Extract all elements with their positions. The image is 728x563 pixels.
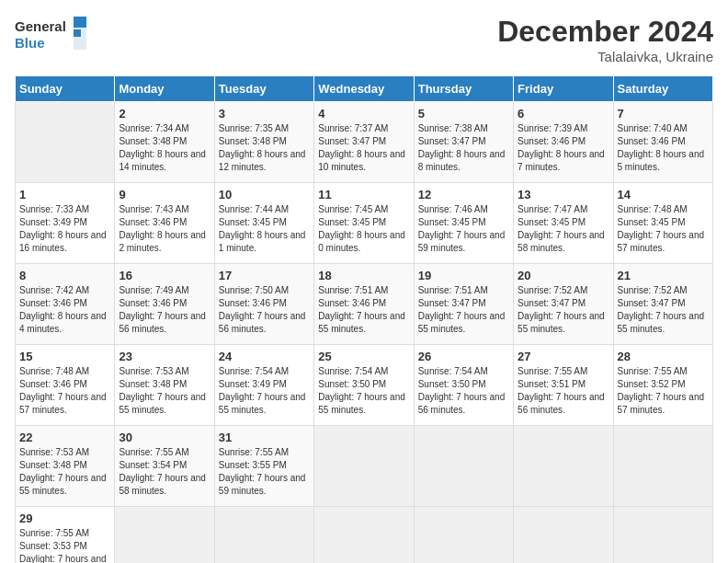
- day-info: Sunrise: 7:55 AMSunset: 3:53 PMDaylight:…: [19, 527, 110, 563]
- day-info: Sunrise: 7:52 AMSunset: 3:47 PMDaylight:…: [618, 284, 709, 336]
- svg-text:Blue: Blue: [15, 35, 45, 51]
- day-info: Sunrise: 7:55 AMSunset: 3:52 PMDaylight:…: [618, 365, 709, 417]
- calendar-cell: [414, 507, 513, 564]
- day-number: 9: [119, 188, 210, 201]
- calendar-week-5: 29 Sunrise: 7:55 AMSunset: 3:53 PMDaylig…: [16, 507, 713, 564]
- calendar-cell: 19 Sunrise: 7:51 AMSunset: 3:47 PMDaylig…: [414, 264, 513, 345]
- svg-marker-4: [74, 29, 81, 37]
- calendar-cell: 2 Sunrise: 7:34 AMSunset: 3:48 PMDayligh…: [115, 102, 214, 183]
- day-header-friday: Friday: [514, 76, 613, 102]
- day-number: 26: [418, 350, 509, 363]
- day-number: 25: [318, 350, 409, 363]
- day-number: 2: [119, 107, 210, 121]
- calendar-cell: 4 Sunrise: 7:37 AMSunset: 3:47 PMDayligh…: [314, 102, 414, 183]
- month-title: December 2024: [497, 15, 713, 49]
- calendar-cell: 26 Sunrise: 7:54 AMSunset: 3:50 PMDaylig…: [414, 345, 513, 426]
- day-number: 23: [119, 350, 210, 363]
- calendar-cell: 7 Sunrise: 7:40 AMSunset: 3:46 PMDayligh…: [613, 102, 712, 183]
- header: General Blue December 2024 Talalaivka, U…: [15, 15, 713, 64]
- calendar-cell: [115, 507, 214, 564]
- calendar-cell: 21 Sunrise: 7:52 AMSunset: 3:47 PMDaylig…: [613, 264, 712, 345]
- calendar-header-row: SundayMondayTuesdayWednesdayThursdayFrid…: [16, 76, 713, 102]
- day-number: 21: [618, 269, 709, 282]
- day-number: 4: [318, 107, 409, 121]
- day-header-sunday: Sunday: [16, 76, 115, 102]
- day-header-saturday: Saturday: [613, 76, 712, 102]
- logo: General Blue: [15, 15, 88, 53]
- day-info: Sunrise: 7:47 AMSunset: 3:45 PMDaylight:…: [518, 203, 609, 255]
- calendar-table: SundayMondayTuesdayWednesdayThursdayFrid…: [15, 75, 713, 563]
- day-info: Sunrise: 7:53 AMSunset: 3:48 PMDaylight:…: [119, 365, 210, 417]
- day-info: Sunrise: 7:54 AMSunset: 3:50 PMDaylight:…: [318, 365, 409, 417]
- calendar-cell: [214, 507, 313, 564]
- day-info: Sunrise: 7:33 AMSunset: 3:49 PMDaylight:…: [19, 203, 110, 255]
- calendar-cell: 22 Sunrise: 7:53 AMSunset: 3:48 PMDaylig…: [16, 426, 115, 507]
- day-info: Sunrise: 7:38 AMSunset: 3:47 PMDaylight:…: [418, 122, 509, 174]
- day-number: 14: [618, 188, 709, 201]
- calendar-cell: 10 Sunrise: 7:44 AMSunset: 3:45 PMDaylig…: [214, 183, 313, 264]
- subtitle: Talalaivka, Ukraine: [497, 49, 713, 64]
- day-number: 11: [318, 188, 409, 201]
- calendar-cell: 27 Sunrise: 7:55 AMSunset: 3:51 PMDaylig…: [514, 345, 613, 426]
- day-number: 17: [219, 269, 310, 282]
- day-info: Sunrise: 7:51 AMSunset: 3:47 PMDaylight:…: [418, 284, 509, 336]
- calendar-cell: 13 Sunrise: 7:47 AMSunset: 3:45 PMDaylig…: [514, 183, 613, 264]
- day-number: 1: [19, 188, 110, 201]
- calendar-cell: 17 Sunrise: 7:50 AMSunset: 3:46 PMDaylig…: [214, 264, 313, 345]
- calendar-week-2: 8 Sunrise: 7:42 AMSunset: 3:46 PMDayligh…: [16, 264, 713, 345]
- calendar-cell: [514, 507, 613, 564]
- calendar-cell: [613, 426, 712, 507]
- calendar-cell: 14 Sunrise: 7:48 AMSunset: 3:45 PMDaylig…: [613, 183, 712, 264]
- calendar-cell: 30 Sunrise: 7:55 AMSunset: 3:54 PMDaylig…: [115, 426, 214, 507]
- day-number: 10: [219, 188, 310, 201]
- calendar-cell: 29 Sunrise: 7:55 AMSunset: 3:53 PMDaylig…: [16, 507, 115, 564]
- day-number: 3: [219, 107, 310, 121]
- day-info: Sunrise: 7:54 AMSunset: 3:50 PMDaylight:…: [418, 365, 509, 417]
- calendar-cell: 6 Sunrise: 7:39 AMSunset: 3:46 PMDayligh…: [514, 102, 613, 183]
- calendar-cell: 11 Sunrise: 7:45 AMSunset: 3:45 PMDaylig…: [314, 183, 414, 264]
- calendar-cell: 1 Sunrise: 7:33 AMSunset: 3:49 PMDayligh…: [16, 183, 115, 264]
- calendar-cell: [414, 426, 513, 507]
- day-info: Sunrise: 7:50 AMSunset: 3:46 PMDaylight:…: [219, 284, 310, 336]
- calendar-cell: 8 Sunrise: 7:42 AMSunset: 3:46 PMDayligh…: [16, 264, 115, 345]
- day-number: 30: [119, 431, 210, 444]
- calendar-cell: [314, 426, 414, 507]
- day-number: 6: [518, 107, 609, 121]
- calendar-cell: 25 Sunrise: 7:54 AMSunset: 3:50 PMDaylig…: [314, 345, 414, 426]
- calendar-cell: 28 Sunrise: 7:55 AMSunset: 3:52 PMDaylig…: [613, 345, 712, 426]
- calendar-cell: 24 Sunrise: 7:54 AMSunset: 3:49 PMDaylig…: [214, 345, 313, 426]
- day-number: 29: [19, 511, 110, 525]
- calendar-cell: [314, 507, 414, 564]
- day-info: Sunrise: 7:43 AMSunset: 3:46 PMDaylight:…: [119, 203, 210, 255]
- calendar-cell: 20 Sunrise: 7:52 AMSunset: 3:47 PMDaylig…: [514, 264, 613, 345]
- svg-marker-3: [74, 17, 86, 28]
- day-info: Sunrise: 7:35 AMSunset: 3:48 PMDaylight:…: [219, 122, 310, 174]
- day-header-wednesday: Wednesday: [314, 76, 414, 102]
- calendar-cell: 5 Sunrise: 7:38 AMSunset: 3:47 PMDayligh…: [414, 102, 513, 183]
- calendar-cell: [16, 102, 115, 183]
- title-block: December 2024 Talalaivka, Ukraine: [497, 15, 713, 64]
- day-number: 18: [318, 269, 409, 282]
- day-info: Sunrise: 7:34 AMSunset: 3:48 PMDaylight:…: [119, 122, 210, 174]
- day-info: Sunrise: 7:52 AMSunset: 3:47 PMDaylight:…: [518, 284, 609, 336]
- calendar-cell: 16 Sunrise: 7:49 AMSunset: 3:46 PMDaylig…: [115, 264, 214, 345]
- day-number: 31: [219, 431, 310, 444]
- day-number: 12: [418, 188, 509, 201]
- day-info: Sunrise: 7:55 AMSunset: 3:51 PMDaylight:…: [518, 365, 609, 417]
- day-info: Sunrise: 7:55 AMSunset: 3:55 PMDaylight:…: [219, 446, 310, 498]
- day-info: Sunrise: 7:39 AMSunset: 3:46 PMDaylight:…: [518, 122, 609, 174]
- day-number: 7: [618, 107, 709, 121]
- calendar-week-0: 2 Sunrise: 7:34 AMSunset: 3:48 PMDayligh…: [16, 102, 713, 183]
- day-info: Sunrise: 7:51 AMSunset: 3:46 PMDaylight:…: [318, 284, 409, 336]
- day-header-tuesday: Tuesday: [214, 76, 313, 102]
- day-number: 27: [518, 350, 609, 363]
- calendar-cell: 12 Sunrise: 7:46 AMSunset: 3:45 PMDaylig…: [414, 183, 513, 264]
- svg-text:General: General: [15, 18, 66, 34]
- calendar-cell: 18 Sunrise: 7:51 AMSunset: 3:46 PMDaylig…: [314, 264, 414, 345]
- calendar-week-1: 1 Sunrise: 7:33 AMSunset: 3:49 PMDayligh…: [16, 183, 713, 264]
- day-header-thursday: Thursday: [414, 76, 513, 102]
- calendar-cell: 9 Sunrise: 7:43 AMSunset: 3:46 PMDayligh…: [115, 183, 214, 264]
- day-number: 5: [418, 107, 509, 121]
- day-info: Sunrise: 7:48 AMSunset: 3:45 PMDaylight:…: [618, 203, 709, 255]
- calendar-week-4: 22 Sunrise: 7:53 AMSunset: 3:48 PMDaylig…: [16, 426, 713, 507]
